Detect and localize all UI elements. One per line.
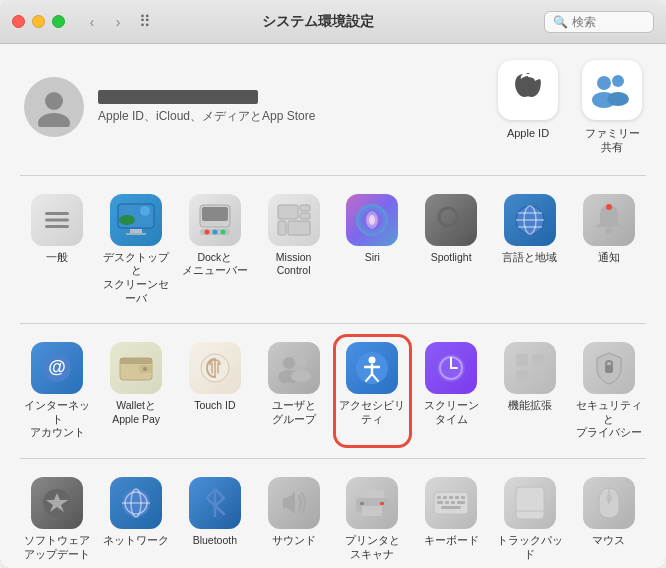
grid-item-bluetooth[interactable]: Bluetooth [178, 471, 253, 567]
family-sharing-button[interactable]: ファミリー共有 [582, 60, 642, 155]
grid-item-users[interactable]: ユーザとグループ [256, 336, 331, 446]
svg-rect-72 [360, 490, 384, 498]
svg-point-5 [607, 92, 629, 106]
grid-row-2: @インターネットアカウントWalletとApple PayTouch IDユーザ… [20, 336, 646, 446]
network-icon [110, 477, 162, 529]
dock-icon [189, 194, 241, 246]
grid-item-wallet[interactable]: WalletとApple Pay [99, 336, 174, 446]
bluetooth-label: Bluetooth [193, 534, 237, 548]
accessibility-label: アクセシビリティ [339, 399, 406, 426]
svg-rect-61 [516, 354, 528, 366]
divider-1 [20, 175, 646, 176]
grid-item-network[interactable]: ネットワーク [99, 471, 174, 567]
forward-button[interactable]: › [107, 11, 129, 33]
grid-item-dock[interactable]: Dockとメニューバー [178, 188, 253, 312]
internet-label: インターネットアカウント [24, 399, 91, 440]
grid-item-accessibility[interactable]: アクセシビリティ [335, 336, 410, 446]
avatar[interactable] [24, 77, 84, 137]
touchid-icon [189, 342, 241, 394]
svg-rect-24 [300, 213, 310, 219]
touchid-label: Touch ID [194, 399, 235, 413]
svg-rect-6 [45, 212, 69, 215]
apple-id-button[interactable]: Apple ID [498, 60, 558, 140]
grid-item-sound[interactable]: サウンド [256, 471, 331, 567]
grid-row-3: ソフトウェアアップデートネットワークBluetoothサウンドプリンタとスキャナ… [20, 471, 646, 567]
grid-item-security[interactable]: セキュリティとプライバシー [571, 336, 646, 446]
grid-container: 一般デスクトップとスクリーンセーバDockとメニューバーMissionContr… [20, 188, 646, 568]
apple-id-label: Apple ID [507, 126, 549, 140]
grid-item-notification[interactable]: 通知 [571, 188, 646, 312]
svg-rect-17 [202, 207, 228, 221]
svg-point-37 [605, 227, 612, 234]
svg-rect-80 [449, 496, 453, 499]
svg-rect-75 [360, 502, 364, 505]
svg-point-20 [212, 229, 217, 234]
language-icon [504, 194, 556, 246]
accessibility-icon [346, 342, 398, 394]
users-label: ユーザとグループ [272, 399, 316, 426]
svg-rect-82 [461, 496, 465, 499]
profile-right: Apple ID ファミリー共有 [498, 60, 642, 155]
svg-rect-86 [457, 501, 465, 504]
svg-rect-74 [362, 506, 382, 516]
mouse-icon [583, 477, 635, 529]
trackpad-label: トラックパッド [497, 534, 564, 561]
svg-rect-88 [516, 487, 544, 519]
grid-item-internet[interactable]: @インターネットアカウント [20, 336, 95, 446]
grid-item-printer[interactable]: プリンタとスキャナ [335, 471, 410, 567]
grid-item-siri[interactable]: Siri [335, 188, 410, 312]
svg-point-3 [612, 75, 624, 87]
svg-rect-64 [532, 370, 544, 382]
minimize-button[interactable] [32, 15, 45, 28]
grid-item-extensions[interactable]: 機能拡張 [493, 336, 568, 446]
grid-item-screentime[interactable]: スクリーンタイム [414, 336, 489, 446]
svg-rect-7 [45, 218, 69, 221]
svg-point-48 [296, 356, 306, 366]
security-icon [583, 342, 635, 394]
svg-rect-76 [380, 502, 384, 505]
notification-label: 通知 [598, 251, 620, 265]
keyboard-icon [425, 477, 477, 529]
svg-rect-85 [451, 501, 455, 504]
grid-item-software[interactable]: ソフトウェアアップデート [20, 471, 95, 567]
grid-item-mission[interactable]: MissionControl [256, 188, 331, 312]
grid-view-icon[interactable]: ⠿ [139, 12, 151, 31]
svg-point-0 [45, 92, 63, 110]
profile-subtitle: Apple ID、iCloud、メディアとApp Store [98, 108, 315, 125]
back-button[interactable]: ‹ [81, 11, 103, 33]
trackpad-icon [504, 477, 556, 529]
svg-rect-12 [126, 233, 146, 235]
svg-line-31 [455, 224, 464, 233]
printer-label: プリンタとスキャナ [345, 534, 400, 561]
software-icon [31, 477, 83, 529]
maximize-button[interactable] [52, 15, 65, 28]
profile-left[interactable]: Apple ID、iCloud、メディアとApp Store [24, 77, 315, 137]
svg-rect-23 [300, 205, 310, 211]
divider-row-1 [20, 323, 646, 324]
grid-item-desktop[interactable]: デスクトップとスクリーンセーバ [99, 188, 174, 312]
svg-rect-63 [516, 370, 528, 382]
grid-item-mouse[interactable]: マウス [571, 471, 646, 567]
dock-label: Dockとメニューバー [182, 251, 248, 278]
svg-point-50 [291, 370, 311, 382]
grid-item-trackpad[interactable]: トラックパッド [493, 471, 568, 567]
printer-icon [346, 477, 398, 529]
mouse-label: マウス [592, 534, 625, 548]
search-input[interactable] [572, 15, 652, 29]
grid-item-general[interactable]: 一般 [20, 188, 95, 312]
software-label: ソフトウェアアップデート [24, 534, 90, 561]
divider-row-2 [20, 458, 646, 459]
close-button[interactable] [12, 15, 25, 28]
sound-icon [268, 477, 320, 529]
search-box[interactable]: 🔍 [544, 11, 654, 33]
grid-item-keyboard[interactable]: キーボード [414, 471, 489, 567]
svg-rect-62 [532, 354, 544, 366]
profile-name-bar [98, 90, 258, 104]
svg-rect-25 [278, 221, 286, 235]
svg-rect-81 [455, 496, 459, 499]
grid-item-language[interactable]: 言語と地域 [493, 188, 568, 312]
grid-item-touchid[interactable]: Touch ID [178, 336, 253, 446]
profile-section: Apple ID、iCloud、メディアとApp Store Apple ID [20, 60, 646, 155]
grid-item-spotlight[interactable]: Spotlight [414, 188, 489, 312]
svg-point-52 [369, 357, 376, 364]
